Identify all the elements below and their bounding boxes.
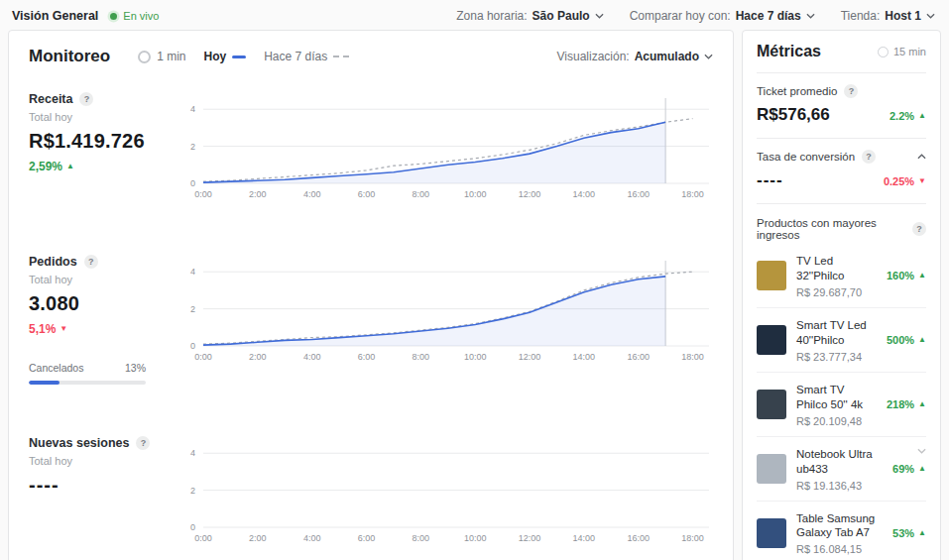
product-name: Smart TV Led 40''Philco: [796, 318, 877, 348]
chevron-down-icon: [917, 448, 926, 454]
product-name: Table Samsung Galaxy Tab A7: [796, 511, 883, 541]
product-row[interactable]: TV Led 32''Philco R$ 29.687,70 160% ▲: [757, 244, 926, 308]
product-delta: 69% ▲: [892, 463, 926, 475]
svg-text:0: 0: [190, 178, 195, 188]
store-value: Host 1: [885, 9, 921, 23]
svg-text:16:00: 16:00: [627, 189, 650, 199]
svg-text:12:00: 12:00: [519, 533, 541, 543]
main-layout: Monitoreo 1 min Hoy Hace 7 días Visualiz…: [0, 30, 949, 560]
receita-delta: 2,59% ▲: [29, 160, 178, 173]
svg-text:2:00: 2:00: [249, 352, 267, 362]
chevron-down-icon: [704, 54, 713, 59]
timezone-select[interactable]: Zona horaria: São Paulo: [456, 9, 603, 23]
pedidos-title: Pedidos: [29, 255, 77, 269]
ticket-promedio-value: R$576,66: [757, 105, 830, 125]
help-icon[interactable]: ?: [84, 255, 98, 269]
pedidos-section: Pedidos ? Total hoy 3.080 5,1% ▼ Cancela…: [29, 255, 713, 385]
svg-text:12:00: 12:00: [519, 352, 541, 362]
svg-text:4: 4: [190, 267, 195, 277]
svg-text:18:00: 18:00: [681, 189, 704, 199]
svg-text:0:00: 0:00: [194, 189, 212, 199]
product-row[interactable]: Notebook Ultra ub433 R$ 19.136,43 69% ▲: [757, 437, 926, 502]
interval-1min-radio[interactable]: 1 min: [138, 50, 185, 63]
svg-text:8:00: 8:00: [413, 189, 430, 199]
metrics-header: Métricas 15 min: [757, 43, 926, 72]
svg-text:8:00: 8:00: [413, 533, 430, 543]
product-thumbnail: [757, 390, 786, 419]
pedidos-subtitle: Total hoy: [29, 274, 178, 285]
live-dot-icon: [110, 13, 117, 20]
receita-delta-value: 2,59%: [29, 160, 62, 173]
svg-text:18:00: 18:00: [681, 533, 704, 543]
help-icon[interactable]: ?: [912, 222, 926, 236]
up-arrow-icon: ▲: [918, 465, 926, 473]
tasa-conversion-block: Tasa de conversión ? ---- 0.25% ▼: [757, 138, 926, 203]
monitor-header: Monitoreo 1 min Hoy Hace 7 días Visualiz…: [29, 47, 713, 66]
product-row[interactable]: Smart TV Led 40''Philco R$ 23.777,34 500…: [757, 308, 926, 373]
chevron-down-icon: [806, 13, 815, 19]
monitor-title: Monitoreo: [29, 47, 110, 66]
row-expand-button[interactable]: [917, 440, 926, 458]
help-icon[interactable]: ?: [862, 150, 876, 164]
receita-title: Receita: [29, 92, 72, 106]
svg-text:2:00: 2:00: [249, 533, 267, 543]
product-price: R$ 16.084,15: [796, 543, 883, 555]
product-delta: 500% ▲: [887, 334, 926, 346]
chevron-down-icon: [595, 13, 604, 19]
tasa-conversion-delta-value: 0.25%: [884, 175, 914, 187]
compare-select[interactable]: Comparar hoy con: Hace 7 días: [630, 9, 815, 23]
help-icon[interactable]: ?: [136, 436, 150, 450]
cancelled-bar-fill: [29, 381, 59, 385]
interval-15min-radio[interactable]: 15 min: [878, 46, 926, 57]
product-row[interactable]: Smart TV Philco 50'' 4k R$ 20.109,48 218…: [757, 373, 926, 437]
legend-today-toggle[interactable]: Hoy: [204, 50, 247, 63]
store-select[interactable]: Tienda: Host 1: [841, 9, 935, 23]
product-thumbnail: [757, 518, 786, 548]
svg-text:0:00: 0:00: [194, 533, 212, 543]
product-row[interactable]: Table Samsung Galaxy Tab A7 R$ 16.084,15…: [757, 502, 926, 560]
svg-text:12:00: 12:00: [519, 189, 541, 199]
page-title: Visión General: [12, 9, 98, 23]
nuevas-sesiones-title: Nuevas sesiones: [29, 436, 129, 450]
svg-text:2: 2: [190, 304, 195, 314]
nuevas-sesiones-section: Nuevas sesiones ? Total hoy ---- 0240:00…: [29, 436, 713, 547]
receita-value: R$1.419.726: [29, 130, 178, 153]
svg-text:4: 4: [190, 104, 195, 114]
receita-section: Receita ? Total hoy R$1.419.726 2,59% ▲ …: [29, 92, 713, 203]
help-icon[interactable]: ?: [79, 92, 93, 106]
svg-text:18:00: 18:00: [681, 352, 704, 362]
solid-line-icon: [232, 56, 246, 58]
product-name: TV Led 32''Philco: [796, 254, 877, 283]
topbar-controls: Zona horaria: São Paulo Comparar hoy con…: [456, 9, 935, 23]
radio-icon: [878, 47, 889, 57]
svg-text:14:00: 14:00: [573, 189, 596, 199]
product-name: Smart TV Philco 50'' 4k: [796, 383, 877, 412]
help-icon[interactable]: ?: [844, 84, 858, 98]
live-badge: En vivo: [110, 10, 159, 22]
cancelled-progressbar: [29, 381, 146, 385]
metrics-title: Métricas: [757, 43, 821, 60]
product-price: R$ 23.777,34: [796, 351, 877, 363]
visualization-select[interactable]: Visualización: Acumulado: [557, 50, 714, 63]
up-arrow-icon: ▲: [918, 529, 926, 537]
ticket-promedio-delta-value: 2.2%: [890, 110, 914, 122]
product-price: R$ 19.136,43: [796, 480, 883, 492]
nuevas-sesiones-value: ----: [29, 474, 178, 497]
collapse-button[interactable]: [917, 154, 926, 160]
svg-text:8:00: 8:00: [413, 352, 430, 362]
nuevas-sesiones-chart: 0240:002:004:006:008:0010:0012:0014:0016…: [178, 436, 713, 547]
cancelled-block: Cancelados 13%: [29, 362, 146, 385]
tasa-conversion-value: ----: [757, 170, 783, 190]
down-arrow-icon: ▼: [59, 325, 67, 333]
product-name: Notebook Ultra ub433: [796, 447, 883, 477]
visualization-value: Acumulado: [635, 50, 699, 63]
receita-info: Receita ? Total hoy R$1.419.726 2,59% ▲: [29, 92, 178, 203]
legend-week-ago-toggle[interactable]: Hace 7 días: [264, 50, 349, 63]
cancelled-label: Cancelados: [29, 362, 83, 374]
nuevas-sesiones-subtitle: Total hoy: [29, 455, 178, 467]
timezone-label: Zona horaria:: [456, 9, 527, 23]
store-label: Tienda:: [841, 9, 881, 23]
up-arrow-icon: ▲: [918, 112, 926, 120]
svg-text:16:00: 16:00: [627, 352, 650, 362]
svg-text:10:00: 10:00: [464, 533, 487, 543]
